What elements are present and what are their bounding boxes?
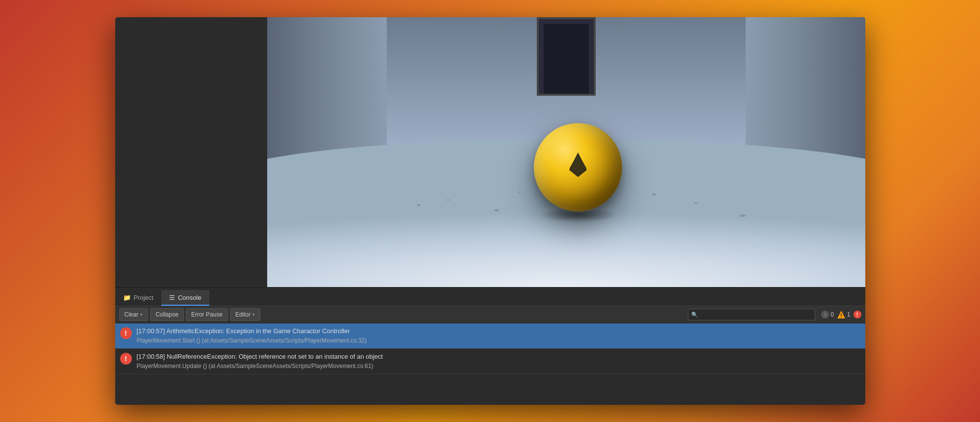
debris-6 xyxy=(694,202,698,204)
console-messages[interactable]: ! [17:00:57] ArithmeticException: Except… xyxy=(115,323,865,405)
viewport[interactable] xyxy=(267,17,865,287)
tab-project-label: Project xyxy=(134,294,153,301)
info-count: 0 xyxy=(830,311,834,318)
viewport-scene xyxy=(267,17,865,287)
console-row-1[interactable]: ! [17:00:57] ArithmeticException: Except… xyxy=(115,323,865,349)
search-container: 🔍 xyxy=(688,309,815,320)
badge-warn[interactable]: ! 1 xyxy=(837,310,851,319)
unity-logo-icon xyxy=(556,145,600,189)
folder-icon: 📁 xyxy=(123,294,131,301)
left-panel xyxy=(115,17,267,287)
badge-group: i 0 ! 1 ! xyxy=(821,310,861,319)
badge-error[interactable]: ! xyxy=(854,311,861,318)
info-icon: i xyxy=(821,311,829,318)
debris-2 xyxy=(447,199,450,201)
tab-project[interactable]: 📁 Project xyxy=(115,290,161,306)
console-msg-text-2: [17:00:58] NullReferenceException: Objec… xyxy=(137,352,860,370)
debris-4 xyxy=(518,191,521,193)
collapse-button[interactable]: Collapse xyxy=(150,308,184,321)
console-msg-line2-2: PlayerMovement.Update () (at Assets/Samp… xyxy=(137,362,860,370)
unity-window: 📁 Project ☰ Console Clear ▾ Collapse Err… xyxy=(115,17,865,405)
scene-door-inner xyxy=(544,24,589,94)
editor-button[interactable]: Editor ▾ xyxy=(230,308,260,321)
error-pause-button[interactable]: Error Pause xyxy=(186,308,228,321)
error-badge-icon: ! xyxy=(854,311,861,318)
console-msg-line1-1: [17:00:57] ArithmeticException: Exceptio… xyxy=(137,326,860,336)
golden-ball xyxy=(534,123,622,211)
debris-5 xyxy=(740,214,746,217)
console-msg-line2-1: PlayerMovement.Start () (at Assets/Sampl… xyxy=(137,336,860,345)
console-row-2[interactable]: ! [17:00:58] NullReferenceException: Obj… xyxy=(115,349,865,374)
clear-button[interactable]: Clear ▾ xyxy=(119,308,149,321)
bottom-panel: 📁 Project ☰ Console Clear ▾ Collapse Err… xyxy=(115,287,865,405)
warn-count: 1 xyxy=(847,311,851,318)
error-icon-1: ! xyxy=(120,327,132,339)
scene-door xyxy=(537,17,596,96)
clear-label: Clear xyxy=(125,311,139,318)
error-pause-label: Error Pause xyxy=(191,311,223,318)
editor-dropdown-arrow: ▾ xyxy=(252,312,255,317)
editor-label: Editor xyxy=(235,311,251,318)
collapse-label: Collapse xyxy=(155,311,178,318)
search-input[interactable] xyxy=(688,309,815,320)
badge-info[interactable]: i 0 xyxy=(821,311,834,318)
tab-console-label: Console xyxy=(178,294,201,301)
svg-text:!: ! xyxy=(840,313,842,318)
tab-bar: 📁 Project ☰ Console xyxy=(115,287,865,306)
console-msg-line1-2: [17:00:58] NullReferenceException: Objec… xyxy=(137,352,860,362)
debris-1 xyxy=(417,204,421,206)
warn-icon: ! xyxy=(837,310,846,319)
main-content xyxy=(115,17,865,287)
tab-console[interactable]: ☰ Console xyxy=(161,290,209,306)
console-toolbar: Clear ▾ Collapse Error Pause Editor ▾ 🔍 xyxy=(115,306,865,323)
error-icon-2: ! xyxy=(120,353,132,365)
console-msg-text-1: [17:00:57] ArithmeticException: Exceptio… xyxy=(137,326,860,345)
clear-dropdown-arrow: ▾ xyxy=(140,312,143,317)
debris-7 xyxy=(652,193,656,195)
console-icon: ☰ xyxy=(169,294,175,301)
